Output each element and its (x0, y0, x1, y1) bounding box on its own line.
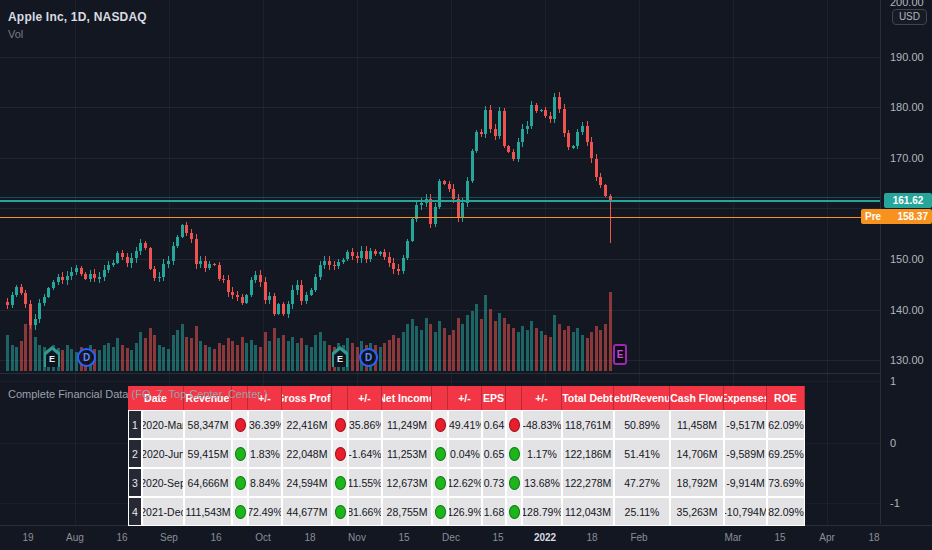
change-direction-cell (232, 468, 248, 497)
candle-body (461, 203, 464, 218)
volume-indicator-label[interactable]: Vol (8, 28, 23, 40)
cell-cash-flow: 18,792M (670, 468, 724, 497)
candle-body (98, 277, 101, 278)
volume-bar (323, 341, 326, 371)
candle-body (11, 295, 14, 305)
candle-body (300, 285, 303, 302)
candle-body (273, 296, 276, 314)
price-gridline (0, 57, 880, 58)
column-header--: +/- (448, 386, 482, 410)
up-indicator-dot (509, 505, 520, 519)
currency-toggle-button[interactable]: USD (892, 9, 927, 25)
last-price-badge: 161.62 (884, 193, 932, 208)
volume-bar (475, 304, 478, 371)
up-indicator-dot (435, 447, 446, 461)
candle-body (333, 265, 336, 266)
volume-bar (452, 330, 455, 371)
cell-expenses: -10,794M (724, 497, 767, 526)
up-indicator-dot (435, 476, 446, 490)
candle-body (351, 252, 354, 257)
volume-bar (586, 338, 589, 371)
column-header-cash-flow: Cash Flow (670, 386, 724, 410)
candle-body (264, 282, 267, 300)
cell-num: 4 (128, 497, 142, 526)
earnings-marker-icon[interactable]: E (332, 346, 348, 367)
pre-market-value: 158.37 (897, 211, 928, 222)
dividend-marker-icon[interactable]: D (359, 348, 378, 367)
candle-body (471, 151, 474, 181)
change-direction-cell (232, 497, 248, 526)
volume-bar (300, 338, 303, 371)
volume-bar (181, 324, 184, 371)
volume-bar (236, 345, 239, 371)
volume-bar (167, 349, 170, 371)
volume-bar (38, 345, 41, 371)
time-axis[interactable]: 19Aug16Sep16Oct18Nov15Dec15202218FebMar1… (0, 525, 932, 550)
candle-body (484, 110, 487, 134)
cell-revenue-chg: 1.83% (248, 439, 282, 468)
volume-bar (521, 326, 524, 371)
volume-bar (392, 335, 395, 371)
candle-body (581, 126, 584, 132)
earnings-marker-icon[interactable]: E (44, 346, 60, 367)
volume-bar (218, 343, 221, 371)
volume-bar (70, 349, 73, 371)
down-indicator-dot (235, 418, 246, 432)
table-settings-label: Complete Financial Data (FQ, 7, Top Cent… (8, 388, 268, 400)
cell-cash-flow: 35,263M (670, 497, 724, 526)
cell-revenue: 64,666M (184, 468, 232, 497)
cell-eps-chg: -48.83% (522, 410, 562, 439)
candle-body (526, 126, 529, 130)
symbol-title[interactable]: Apple Inc, 1D, NASDAQ (8, 10, 147, 24)
candle-body (34, 319, 37, 326)
cell-total-debt: 122,186M (562, 439, 614, 468)
price-axis[interactable]: USD 200.00190.00180.00170.00150.00140.00… (880, 0, 932, 524)
cell-gross-profit: 44,677M (282, 497, 332, 526)
volume-bar (567, 326, 570, 371)
volume-bar (34, 337, 37, 371)
candle-body (185, 225, 188, 233)
candle-body (314, 277, 317, 290)
volume-bar (494, 321, 497, 371)
candle-body (595, 159, 598, 177)
volume-bar (379, 347, 382, 371)
cell-expenses: -9,517M (724, 410, 767, 439)
volume-bar (227, 338, 230, 371)
cell-total-debt: 118,761M (562, 410, 614, 439)
volume-bar (517, 332, 520, 371)
volume-bar (530, 321, 533, 371)
candle-body (411, 219, 414, 241)
candle-body (337, 262, 340, 266)
dividend-marker-label: D (77, 348, 96, 367)
candle-body (342, 260, 345, 263)
volume-bar (535, 328, 538, 371)
price-chart-pane[interactable] (0, 0, 880, 373)
candle-body (29, 304, 32, 325)
volume-bar (277, 338, 280, 371)
volume-bar (498, 313, 501, 371)
candle-body (259, 275, 262, 282)
candle-body (162, 264, 165, 277)
upcoming-earnings-marker-icon[interactable]: E (613, 344, 627, 365)
cell-debt-revenue: 50.89% (614, 410, 670, 439)
candle-body (144, 243, 147, 249)
volume-bar (172, 335, 175, 371)
cell-eps: 0.64 (482, 410, 506, 439)
candle-body (379, 252, 382, 254)
cell-ni-chg: 0.04% (448, 439, 482, 468)
time-axis-label: Dec (442, 532, 460, 543)
candle-body (356, 256, 359, 258)
time-axis-label: 16 (210, 532, 221, 543)
price-axis-label: 200.00 (890, 0, 924, 8)
candle-body (512, 152, 515, 159)
candle-body (121, 253, 124, 258)
pane-divider[interactable] (0, 373, 932, 374)
candle-body (213, 264, 216, 265)
change-direction-cell (332, 468, 348, 497)
volume-bar (512, 328, 515, 371)
candle-body (93, 274, 96, 279)
dividend-marker-icon[interactable]: D (77, 348, 96, 367)
candle-body (475, 132, 478, 152)
price-axis-label: 1 (890, 375, 896, 387)
candle-body (153, 269, 156, 278)
